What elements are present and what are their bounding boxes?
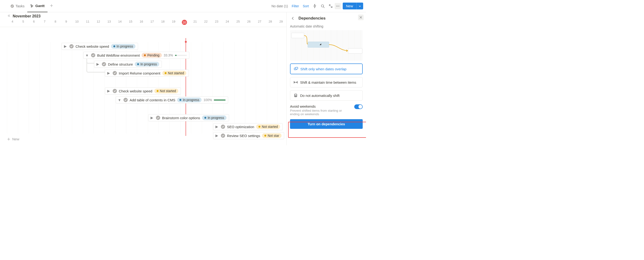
tab-label: Gantt	[35, 4, 44, 8]
option-maintain-gap[interactable]: Shift & maintain time between items	[290, 77, 363, 87]
avoid-subtitle: Prevent shifted items from starting or e…	[290, 109, 352, 116]
chevron-down-icon[interactable]: ▼	[85, 53, 89, 57]
new-task-label: New	[12, 137, 19, 141]
status-badge: In progress	[135, 62, 159, 66]
date-cell: 11	[82, 20, 93, 25]
check-icon[interactable]	[113, 89, 117, 93]
no-date-indicator[interactable]: No date (1)	[270, 3, 290, 9]
new-task-row[interactable]: New	[7, 137, 19, 141]
more-button[interactable]	[335, 3, 341, 9]
avoid-weekends-toggle[interactable]	[354, 104, 363, 109]
status-badge: Not started	[256, 124, 280, 129]
expand-button[interactable]	[327, 2, 335, 10]
check-icon[interactable]	[124, 98, 128, 102]
date-cell: 16	[136, 20, 147, 25]
task-title: Import Relume component	[119, 71, 160, 75]
check-icon[interactable]	[221, 134, 225, 138]
chevron-right-icon[interactable]: ▶	[96, 62, 100, 66]
collapse-month-icon[interactable]	[7, 14, 10, 18]
check-icon[interactable]	[113, 71, 117, 75]
task-card[interactable]: ▶Check website speedIn progress	[62, 43, 138, 50]
add-tab-button[interactable]	[48, 4, 56, 8]
svg-rect-1	[30, 5, 32, 5]
task-card[interactable]: ▶Brainstorm color optionsIn progress	[148, 114, 229, 121]
date-cell: 6	[28, 20, 39, 25]
tab-label: Tasks	[16, 4, 24, 8]
close-icon[interactable]	[358, 14, 364, 20]
section-label: Automatic date shifting	[290, 24, 363, 28]
today-dot	[185, 41, 187, 43]
tab-tasks[interactable]: Tasks	[8, 0, 27, 12]
check-icon[interactable]	[102, 62, 106, 66]
check-icon[interactable]	[70, 44, 74, 48]
check-icon[interactable]	[221, 125, 225, 129]
new-button[interactable]: New	[343, 2, 363, 9]
option-label: Shift & maintain time between items	[300, 80, 356, 84]
chevron-right-icon[interactable]: ▶	[106, 89, 111, 93]
chevron-down-icon[interactable]: ▼	[117, 98, 122, 102]
date-cell: 25	[232, 20, 244, 25]
svg-point-6	[338, 6, 338, 6]
check-icon[interactable]	[156, 116, 160, 120]
status-badge: In progress	[177, 98, 202, 102]
chevron-right-icon[interactable]: ▶	[215, 134, 219, 138]
date-cell: 4	[7, 20, 18, 25]
svg-point-7	[339, 6, 340, 6]
date-cell: 15	[125, 20, 136, 25]
date-cell: 9	[61, 20, 72, 25]
status-badge: Not started	[162, 71, 186, 75]
gantt-area: November 2023 45678910111213141516171819…	[0, 12, 286, 145]
progress-percent: 100%	[204, 98, 212, 102]
date-cell: 26	[244, 20, 254, 25]
date-cell: 17	[147, 20, 158, 25]
shift-illustration	[290, 30, 363, 61]
option-shift-overlap[interactable]: Shift only when dates overlap	[290, 63, 363, 74]
option-no-shift[interactable]: Do not automatically shift	[290, 90, 363, 101]
task-title: Define structure	[108, 62, 133, 66]
task-title: Check website speed	[76, 44, 109, 48]
status-badge: In progress	[202, 115, 226, 120]
panel-title: Dependencies	[298, 16, 326, 21]
progress-percent: 33.3%	[164, 53, 173, 57]
date-cell: 8	[50, 20, 61, 25]
svg-rect-3	[31, 6, 32, 7]
new-button-dropdown[interactable]	[356, 2, 363, 9]
panel-header: Dependencies	[290, 15, 363, 21]
search-button[interactable]	[319, 2, 327, 10]
chevron-right-icon[interactable]: ▶	[215, 125, 219, 129]
task-card[interactable]: ▼Add table of contents in CMSIn progress…	[116, 96, 228, 103]
date-cell: 10	[72, 20, 82, 25]
status-badge: Pending	[142, 53, 162, 58]
task-card[interactable]: ▶Import Relume componentNot started	[105, 70, 189, 77]
task-card[interactable]: ▼Build Webflow environmentPending33.3%	[83, 52, 189, 59]
task-card[interactable]: ▶Review SEO settingsNot star	[213, 132, 284, 139]
date-cell: 12	[93, 20, 104, 25]
filter-button[interactable]: Filter	[290, 3, 301, 9]
new-button-label[interactable]: New	[343, 2, 356, 9]
month-label: November 2023	[13, 14, 40, 18]
task-card[interactable]: ▶Define structureIn progress	[94, 61, 162, 68]
date-cell: 18	[158, 20, 168, 25]
date-cell: 21	[190, 20, 201, 25]
tab-gantt[interactable]: Gantt	[27, 0, 47, 12]
task-card[interactable]: ▶SEO optimizationNot started	[213, 123, 283, 130]
check-icon[interactable]	[91, 53, 95, 57]
task-title: SEO optimization	[227, 125, 254, 129]
automation-button[interactable]	[311, 2, 319, 10]
progress-bar	[175, 55, 187, 56]
task-card[interactable]: ▶Check website speedNot started	[105, 87, 181, 94]
chevron-right-icon[interactable]: ▶	[106, 71, 111, 75]
turn-on-dependencies-button[interactable]: Turn on dependencies	[290, 119, 363, 129]
progress-bar	[214, 99, 226, 101]
chevron-right-icon[interactable]: ▶	[150, 116, 154, 120]
task-title: Build Webflow environment	[97, 53, 140, 57]
svg-rect-2	[31, 6, 33, 6]
chevron-right-icon[interactable]: ▶	[63, 44, 68, 48]
date-cell: 5	[18, 20, 29, 25]
sort-button[interactable]: Sort	[301, 3, 311, 9]
date-cell: 20	[179, 20, 190, 25]
svg-point-14	[295, 95, 296, 97]
back-icon[interactable]	[290, 15, 296, 21]
svg-point-5	[336, 6, 337, 6]
date-cell: 24	[222, 20, 233, 25]
